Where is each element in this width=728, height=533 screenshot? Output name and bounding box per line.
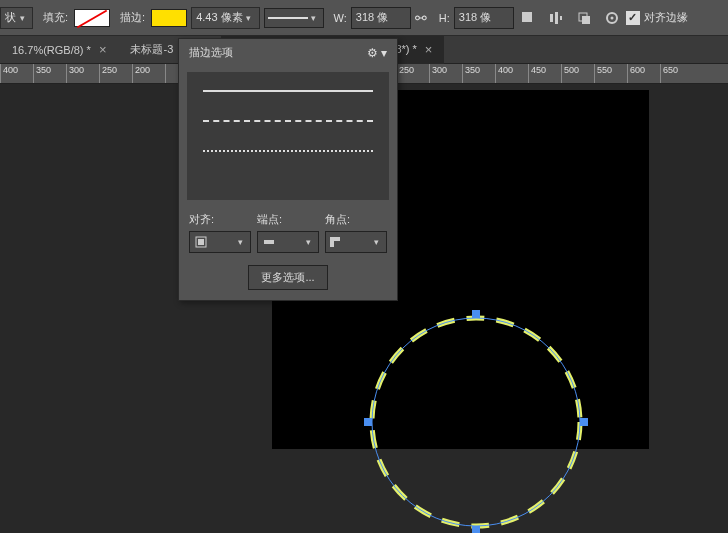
chevron-down-icon: ▾ [308, 13, 320, 23]
ruler-tick: 250 [99, 64, 132, 83]
close-icon[interactable]: × [99, 42, 107, 57]
caps-label: 端点: [257, 212, 319, 227]
fill-label: 填充: [43, 10, 68, 25]
svg-rect-13 [264, 240, 274, 244]
svg-rect-0 [522, 12, 532, 22]
height-label: H: [439, 12, 450, 24]
align-edges-checkbox[interactable]: ✓ [626, 11, 640, 25]
svg-rect-12 [198, 239, 204, 245]
tab-label: 16.7%(RGB/8) * [12, 44, 91, 56]
path-operations-button[interactable] [514, 4, 542, 32]
stroke-width-value: 4.43 像素 [196, 10, 242, 25]
ruler-tick: 500 [561, 64, 594, 83]
stroke-attrs-row: 对齐: ▾ 端点: ▾ 角点: ▾ [179, 206, 397, 259]
chevron-down-icon: ▾ [302, 237, 314, 247]
transform-handle[interactable] [364, 418, 372, 426]
ruler-tick: 250 [396, 64, 429, 83]
gear-icon[interactable] [598, 4, 626, 32]
ruler-tick: 600 [627, 64, 660, 83]
link-icon[interactable]: ⚯ [411, 10, 431, 26]
stroke-presets-list [187, 72, 389, 200]
stroke-style-dropdown[interactable]: ▾ [264, 8, 324, 28]
chevron-down-icon: ▾ [243, 13, 255, 23]
width-label: W: [334, 12, 347, 24]
height-input[interactable] [454, 7, 514, 29]
ruler-tick: 400 [0, 64, 33, 83]
align-label: 对齐: [189, 212, 251, 227]
stroke-swatch[interactable] [151, 9, 187, 27]
stroke-corners-select[interactable]: ▾ [325, 231, 387, 253]
ruler-tick: 450 [528, 64, 561, 83]
chevron-down-icon: ▾ [16, 13, 28, 23]
tab-label: 未标题-3 [130, 42, 173, 57]
ruler-tick: 400 [495, 64, 528, 83]
transform-handle[interactable] [472, 526, 480, 533]
ruler-tick: 200 [132, 64, 165, 83]
tab-doc2[interactable]: 未标题-3 [118, 36, 185, 64]
ellipse-shape[interactable] [368, 314, 584, 530]
stroke-align-select[interactable]: ▾ [189, 231, 251, 253]
svg-rect-1 [550, 14, 553, 22]
stroke-preset-empty[interactable] [187, 166, 389, 196]
corners-label: 角点: [325, 212, 387, 227]
ruler-tick: 650 [660, 64, 693, 83]
stroke-preset-dashed[interactable] [187, 106, 389, 136]
more-options-button[interactable]: 更多选项... [248, 265, 327, 290]
tab-doc1[interactable]: 16.7%(RGB/8) * × [0, 36, 118, 64]
stroke-preview-icon [268, 17, 308, 19]
svg-rect-5 [582, 16, 590, 24]
gear-icon[interactable]: ⚙ ▾ [367, 46, 387, 60]
stroke-width-input[interactable]: 4.43 像素 ▾ [191, 7, 259, 29]
ruler-tick: 300 [66, 64, 99, 83]
ruler-tick: 350 [33, 64, 66, 83]
ruler-tick: 550 [594, 64, 627, 83]
align-button[interactable] [542, 4, 570, 32]
align-edges-label: 对齐边缘 [644, 10, 688, 25]
svg-rect-2 [555, 12, 558, 24]
shape-type-dropdown[interactable]: 状 ▾ [0, 7, 33, 29]
stroke-preset-dotted[interactable] [187, 136, 389, 166]
svg-point-8 [372, 318, 580, 526]
shape-type-label: 状 [5, 10, 16, 25]
stroke-preset-solid[interactable] [187, 76, 389, 106]
svg-rect-3 [560, 16, 562, 20]
stroke-caps-select[interactable]: ▾ [257, 231, 319, 253]
svg-point-7 [610, 16, 613, 19]
options-bar: 状 ▾ 填充: 描边: 4.43 像素 ▾ ▾ W: ⚯ H: ✓ 对齐边缘 [0, 0, 728, 36]
ruler-tick: 350 [462, 64, 495, 83]
popover-title: 描边选项 [189, 45, 233, 60]
width-input[interactable] [351, 7, 411, 29]
arrange-button[interactable] [570, 4, 598, 32]
stroke-options-popover: 描边选项 ⚙ ▾ 对齐: ▾ 端点: ▾ 角点: ▾ [178, 38, 398, 301]
close-icon[interactable]: × [425, 42, 433, 57]
stroke-label: 描边: [120, 10, 145, 25]
transform-handle[interactable] [472, 310, 480, 318]
svg-rect-10 [368, 314, 584, 530]
ruler-tick: 300 [429, 64, 462, 83]
fill-swatch[interactable] [74, 9, 110, 27]
chevron-down-icon: ▾ [234, 237, 246, 247]
transform-handle[interactable] [580, 418, 588, 426]
popover-header: 描边选项 ⚙ ▾ [179, 39, 397, 66]
chevron-down-icon: ▾ [370, 237, 382, 247]
